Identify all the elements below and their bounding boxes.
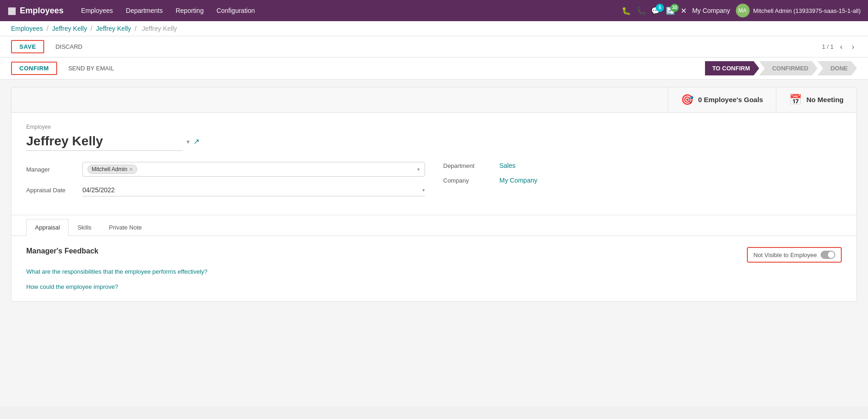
goals-count: 0 Employee's Goals — [698, 95, 763, 104]
pipeline-step-to-confirm[interactable]: TO CONFIRM — [705, 61, 759, 75]
phone-icon[interactable]: 📞 — [636, 6, 646, 15]
manager-tag: Mitchell Admin ✕ — [87, 165, 137, 174]
stats-bar: 🎯 0 Employee's Goals 📅 No Meeting — [12, 87, 856, 113]
company-value[interactable]: My Company — [500, 177, 537, 184]
tabs-bar: Appraisal Skills Private Note — [12, 219, 856, 236]
chat-badge: 5 — [656, 4, 664, 12]
feedback-prompt1: What are the responsibilities that the e… — [26, 268, 842, 275]
not-visible-badge: Not Visible to Employee — [747, 247, 842, 263]
pager-prev[interactable]: ‹ — [837, 42, 845, 52]
pipeline-step-done[interactable]: DONE — [817, 61, 857, 75]
goals-stat[interactable]: 🎯 0 Employee's Goals — [668, 87, 776, 112]
pager-next[interactable]: › — [849, 42, 857, 52]
app-logo[interactable]: ▦ Employees — [7, 5, 64, 16]
appraisal-date-field-row: Appraisal Date 04/25/2022 ▾ — [26, 184, 425, 196]
date-dropdown-arrow: ▾ — [422, 187, 425, 193]
tab-appraisal[interactable]: Appraisal — [26, 219, 69, 236]
topnav-right: 🐛 📞 💬 5 🔄 30 ✕ My Company MA Mitchell Ad… — [622, 4, 861, 17]
manager-label: Manager — [26, 166, 77, 173]
send-email-button[interactable]: SEND BY EMAIL — [63, 63, 119, 74]
visibility-toggle[interactable] — [821, 251, 835, 259]
bug-icon[interactable]: 🐛 — [622, 6, 631, 15]
tab-content-appraisal: Manager's Feedback Not Visible to Employ… — [12, 236, 856, 301]
pager: 1 / 1 ‹ › — [822, 42, 857, 52]
tab-private-note[interactable]: Private Note — [100, 219, 151, 236]
menu-employees[interactable]: Employees — [75, 0, 119, 21]
company-field-row: Company My Company — [443, 177, 842, 184]
breadcrumb-current: Jeffrey Kelly — [142, 25, 177, 32]
calendar-icon: 📅 — [789, 94, 802, 106]
top-menu: Employees Departments Reporting Configur… — [75, 0, 622, 21]
department-field-row: Department Sales — [443, 162, 842, 169]
status-bar: CONFIRM SEND BY EMAIL TO CONFIRM CONFIRM… — [0, 57, 868, 80]
main-content: 🎯 0 Employee's Goals 📅 No Meeting Employ… — [0, 80, 868, 407]
feedback-prompt2: How could the employee improve? — [26, 283, 842, 290]
pipeline-steps: TO CONFIRM CONFIRMED DONE — [705, 61, 857, 75]
department-value[interactable]: Sales — [500, 162, 516, 169]
app-title: Employees — [20, 6, 64, 16]
breadcrumb-jeffrey-2[interactable]: Jeffrey Kelly — [96, 25, 131, 32]
user-name: Mitchell Admin (13933975-saas-15-1-all) — [753, 7, 861, 14]
manager-input[interactable]: Mitchell Admin ✕ ▾ — [82, 162, 425, 177]
confirm-button[interactable]: CONFIRM — [11, 62, 57, 75]
manager-tag-remove[interactable]: ✕ — [129, 166, 133, 172]
goals-icon: 🎯 — [681, 94, 693, 106]
user-avatar: MA — [736, 4, 750, 17]
form-section: Employee ▾ ↗ Manager Mitchell Admin — [12, 113, 856, 215]
pager-count: 1 / 1 — [822, 43, 833, 50]
company-label: Company — [443, 177, 494, 184]
employee-name-dropdown[interactable]: ▾ — [186, 138, 190, 145]
activity-icon[interactable]: 🔄 30 — [666, 6, 675, 15]
toggle-knob — [828, 252, 834, 258]
tab-skills[interactable]: Skills — [69, 219, 100, 236]
appraisal-date-input[interactable]: 04/25/2022 ▾ — [82, 184, 425, 196]
breadcrumb-employees[interactable]: Employees — [11, 25, 43, 32]
manager-dropdown-arrow[interactable]: ▾ — [417, 166, 420, 172]
feedback-header: Manager's Feedback Not Visible to Employ… — [26, 247, 842, 263]
save-button[interactable]: SAVE — [11, 40, 44, 53]
action-bar: SAVE DISCARD 1 / 1 ‹ › — [0, 36, 868, 57]
manager-field-row: Manager Mitchell Admin ✕ ▾ — [26, 162, 425, 177]
menu-departments[interactable]: Departments — [119, 0, 169, 21]
meeting-stat[interactable]: 📅 No Meeting — [776, 87, 856, 112]
employee-name-input[interactable] — [26, 132, 183, 151]
record-card: 🎯 0 Employee's Goals 📅 No Meeting Employ… — [11, 87, 857, 302]
grid-icon: ▦ — [7, 5, 16, 16]
employee-section-label: Employee — [26, 124, 842, 130]
menu-configuration[interactable]: Configuration — [210, 0, 261, 21]
breadcrumb: Employees / Jeffrey Kelly / Jeffrey Kell… — [0, 21, 868, 36]
menu-reporting[interactable]: Reporting — [169, 0, 210, 21]
close-icon[interactable]: ✕ — [681, 6, 687, 15]
activity-badge: 30 — [670, 4, 679, 12]
department-label: Department — [443, 162, 494, 169]
company-name: My Company — [692, 7, 730, 14]
user-menu[interactable]: MA Mitchell Admin (13933975-saas-15-1-al… — [736, 4, 861, 17]
feedback-title: Manager's Feedback — [26, 247, 99, 255]
discard-button[interactable]: DISCARD — [50, 41, 88, 52]
meeting-label: No Meeting — [806, 95, 844, 104]
appraisal-date-label: Appraisal Date — [26, 187, 77, 194]
chat-icon[interactable]: 💬 5 — [651, 6, 660, 15]
not-visible-label: Not Visible to Employee — [753, 252, 817, 258]
top-navigation: ▦ Employees Employees Departments Report… — [0, 0, 868, 21]
pipeline-step-confirmed[interactable]: CONFIRMED — [759, 61, 818, 75]
external-link-icon[interactable]: ↗ — [193, 137, 199, 146]
breadcrumb-jeffrey-1[interactable]: Jeffrey Kelly — [52, 25, 87, 32]
